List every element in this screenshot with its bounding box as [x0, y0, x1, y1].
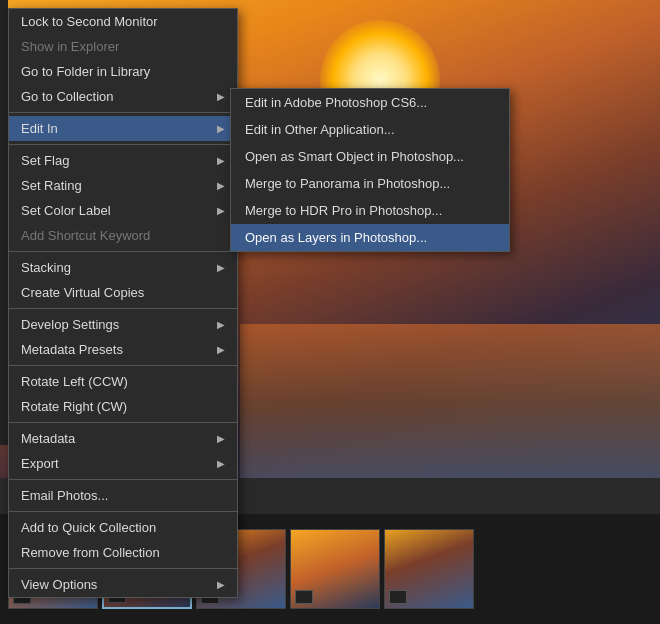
menu-item-lock-monitor[interactable]: Lock to Second Monitor — [9, 9, 237, 34]
menu-item-view-options[interactable]: View Options ▶ — [9, 572, 237, 597]
submenu-arrow: ▶ — [217, 180, 225, 191]
menu-item-metadata[interactable]: Metadata ▶ — [9, 426, 237, 451]
submenu-arrow: ▶ — [217, 433, 225, 444]
submenu-item-photoshop[interactable]: Edit in Adobe Photoshop CS6... — [231, 89, 509, 116]
menu-separator — [9, 422, 237, 423]
submenu-arrow: ▶ — [217, 319, 225, 330]
menu-item-set-rating[interactable]: Set Rating ▶ — [9, 173, 237, 198]
menu-item-go-folder[interactable]: Go to Folder in Library — [9, 59, 237, 84]
menu-item-email-photos[interactable]: Email Photos... — [9, 483, 237, 508]
submenu-arrow: ▶ — [217, 262, 225, 273]
menu-item-export[interactable]: Export ▶ — [9, 451, 237, 476]
context-menu: Lock to Second Monitor Show in Explorer … — [8, 8, 238, 598]
film-thumbnail[interactable] — [290, 529, 380, 609]
submenu-arrow: ▶ — [217, 123, 225, 134]
submenu-item-smart-object[interactable]: Open as Smart Object in Photoshop... — [231, 143, 509, 170]
menu-separator — [9, 568, 237, 569]
submenu-arrow: ▶ — [217, 344, 225, 355]
menu-separator — [9, 308, 237, 309]
menu-item-develop-settings[interactable]: Develop Settings ▶ — [9, 312, 237, 337]
menu-item-go-collection[interactable]: Go to Collection ▶ — [9, 84, 237, 109]
submenu-arrow: ▶ — [217, 205, 225, 216]
submenu-arrow: ▶ — [217, 155, 225, 166]
menu-separator — [9, 365, 237, 366]
menu-separator — [9, 144, 237, 145]
menu-separator — [9, 251, 237, 252]
menu-item-set-color-label[interactable]: Set Color Label ▶ — [9, 198, 237, 223]
submenu-item-other-app[interactable]: Edit in Other Application... — [231, 116, 509, 143]
menu-item-stacking[interactable]: Stacking ▶ — [9, 255, 237, 280]
menu-item-edit-in[interactable]: Edit In ▶ — [9, 116, 237, 141]
submenu-item-open-layers[interactable]: Open as Layers in Photoshop... — [231, 224, 509, 251]
submenu-arrow: ▶ — [217, 91, 225, 102]
submenu-item-hdr[interactable]: Merge to HDR Pro in Photoshop... — [231, 197, 509, 224]
menu-separator — [9, 511, 237, 512]
left-panel-edge — [0, 0, 8, 445]
submenu-item-panorama[interactable]: Merge to Panorama in Photoshop... — [231, 170, 509, 197]
menu-separator — [9, 112, 237, 113]
film-thumbnail[interactable] — [384, 529, 474, 609]
menu-item-remove-collection[interactable]: Remove from Collection — [9, 540, 237, 565]
edit-in-submenu: Edit in Adobe Photoshop CS6... Edit in O… — [230, 88, 510, 252]
submenu-arrow: ▶ — [217, 579, 225, 590]
submenu-arrow: ▶ — [217, 458, 225, 469]
menu-separator — [9, 479, 237, 480]
menu-item-rotate-left[interactable]: Rotate Left (CCW) — [9, 369, 237, 394]
menu-item-add-quick[interactable]: Add to Quick Collection — [9, 515, 237, 540]
menu-item-metadata-presets[interactable]: Metadata Presets ▶ — [9, 337, 237, 362]
menu-item-rotate-right[interactable]: Rotate Right (CW) — [9, 394, 237, 419]
menu-item-add-shortcut: Add Shortcut Keyword — [9, 223, 237, 248]
menu-item-show-explorer: Show in Explorer — [9, 34, 237, 59]
menu-item-create-virtual[interactable]: Create Virtual Copies — [9, 280, 237, 305]
menu-item-set-flag[interactable]: Set Flag ▶ — [9, 148, 237, 173]
